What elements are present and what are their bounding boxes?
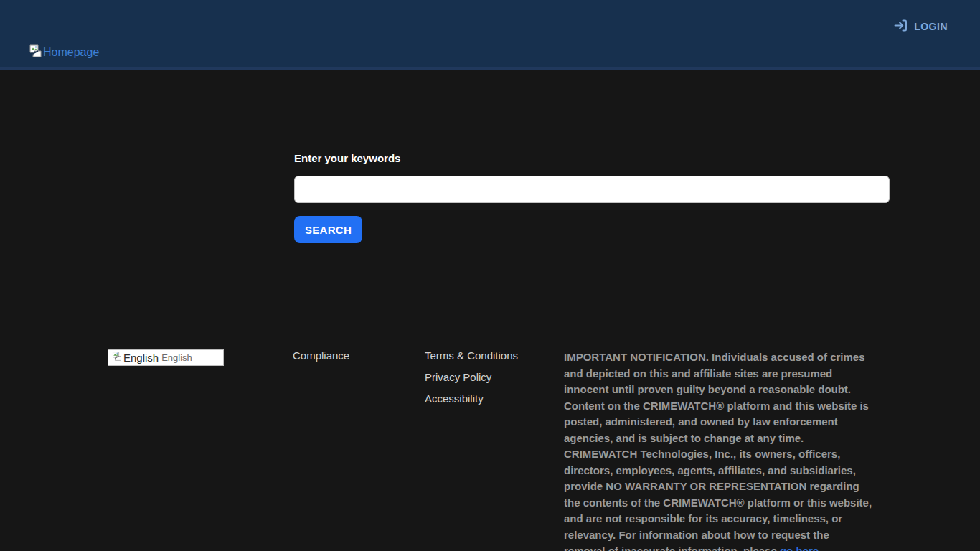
broken-image-icon bbox=[112, 351, 122, 364]
search-section: Enter your keywords SEARCH bbox=[294, 152, 890, 243]
language-flag-alt-text: English bbox=[123, 352, 159, 364]
header: Homepage LOGIN bbox=[0, 0, 980, 70]
go-here-link[interactable]: go here bbox=[780, 545, 819, 551]
notification-suffix: . bbox=[819, 545, 821, 551]
broken-image-icon bbox=[29, 44, 42, 61]
search-input[interactable] bbox=[294, 176, 890, 203]
content-divider bbox=[90, 291, 890, 291]
login-button[interactable]: LOGIN bbox=[893, 18, 948, 35]
footer-notification-column: IMPORTANT NOTIFICATION. Individuals accu… bbox=[564, 349, 890, 551]
terms-and-conditions-link[interactable]: Terms & Conditions bbox=[425, 349, 564, 362]
footer-legal-links-column: Terms & Conditions Privacy Policy Access… bbox=[425, 349, 564, 414]
homepage-link-label: Homepage bbox=[43, 46, 99, 59]
accessibility-link[interactable]: Accessibility bbox=[425, 392, 564, 405]
privacy-policy-link[interactable]: Privacy Policy bbox=[425, 371, 564, 383]
compliance-link[interactable]: Compliance bbox=[293, 349, 425, 362]
footer-compliance-column: Compliance bbox=[293, 349, 425, 362]
footer: English English Compliance Terms & Condi… bbox=[90, 349, 890, 551]
search-label: Enter your keywords bbox=[294, 152, 890, 164]
footer-language-column: English English bbox=[90, 349, 293, 366]
login-button-label: LOGIN bbox=[914, 21, 948, 32]
language-selector[interactable]: English English bbox=[108, 349, 224, 366]
notification-body-text: IMPORTANT NOTIFICATION. Individuals accu… bbox=[564, 351, 872, 551]
homepage-link[interactable]: Homepage bbox=[29, 44, 99, 61]
login-arrow-icon bbox=[893, 18, 908, 35]
important-notification-text: IMPORTANT NOTIFICATION. Individuals accu… bbox=[564, 349, 872, 551]
language-selector-label: English bbox=[161, 352, 192, 363]
search-button[interactable]: SEARCH bbox=[294, 216, 362, 243]
